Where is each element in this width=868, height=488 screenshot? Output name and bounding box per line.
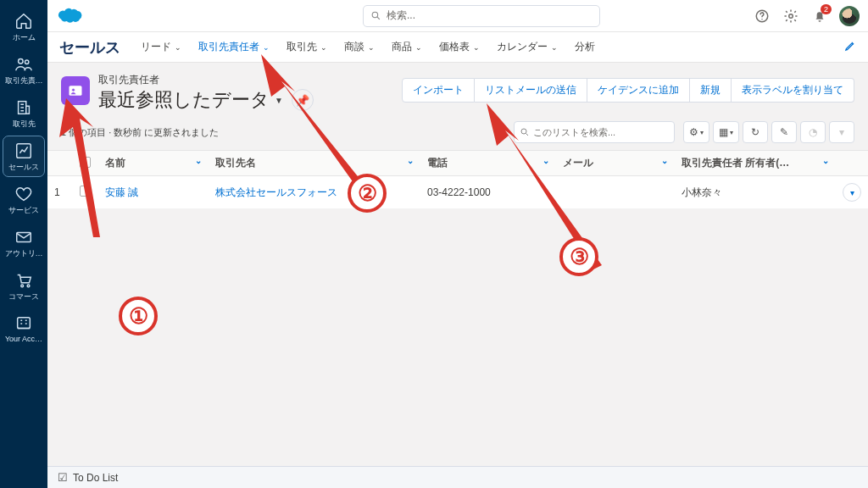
svg-rect-7 [18,318,31,329]
sort-icon[interactable]: ⌄ [407,156,414,165]
nav-label: 商談 [344,40,364,54]
display-as-table-button[interactable]: ▦▾ [713,121,739,143]
chevron-down-icon: ⌄ [368,43,375,52]
records-table: 名前⌄ 取引先名⌄ 電話⌄ メール⌄ 取引先責任者 所有者(…⌄ 1 安藤 誠 … [47,150,868,209]
sort-icon[interactable]: ⌄ [542,156,549,165]
vnav-item-outreach[interactable]: アウトリ… [3,223,44,263]
global-header: 検索... 2 [47,0,868,32]
setup-gear-icon[interactable] [782,8,799,25]
help-icon[interactable] [754,8,771,25]
nav-item-analytics[interactable]: 分析 [575,40,595,54]
nav-label: 価格表 [439,40,470,54]
pencil-icon: ✎ [780,126,788,138]
global-search-input[interactable]: 検索... [363,5,600,27]
nav-item-calendar[interactable]: カレンダー⌄ [497,40,558,54]
heart-icon [14,185,33,203]
utility-bar: ☑ To Do List [47,466,868,488]
svg-point-13 [521,129,526,134]
list-meta-text: 1 個の項目 · 数秒前 に更新されました [61,126,219,139]
vnav-label: アウトリ… [5,248,43,259]
chevron-down-icon: ⌄ [175,43,181,52]
nav-label: 取引先責任者 [198,40,259,54]
svg-point-5 [21,285,24,287]
vnav-label: サービス [8,205,39,216]
select-all-checkbox[interactable] [80,157,91,168]
user-avatar[interactable] [839,6,860,26]
refresh-icon: ↻ [751,126,760,138]
sort-icon[interactable]: ⌄ [195,156,202,165]
inline-edit-button[interactable]: ✎ [771,121,797,143]
account-icon [14,314,33,333]
col-phone[interactable]: 電話 [427,157,448,169]
vertical-nav: ホーム 取引先責… 取引先 セールス サービス アウトリ… コマース Your … [0,0,47,488]
col-name[interactable]: 名前 [105,157,125,169]
nav-item-products[interactable]: 商品⌄ [392,40,422,54]
list-settings-gear-button[interactable]: ⚙▾ [683,121,709,143]
col-email[interactable]: メール [563,157,593,169]
nav-item-leads[interactable]: リード⌄ [141,40,181,54]
todo-list-icon[interactable]: ☑ [58,471,68,484]
search-icon [520,127,530,137]
vnav-item-home[interactable]: ホーム [3,7,44,47]
salesforce-logo-icon[interactable] [56,7,85,25]
sort-icon[interactable]: ⌄ [661,156,668,165]
filter-button[interactable]: ▾ [829,121,854,143]
svg-point-10 [789,14,793,18]
col-account[interactable]: 取引先名 [215,157,256,169]
vnav-label: セールス [8,162,39,173]
row-actions-button[interactable]: ▾ [843,183,861,202]
pie-icon: ◔ [809,126,817,138]
pin-list-button[interactable]: 📌 [292,89,314,111]
import-button[interactable]: インポート [402,78,475,103]
notification-badge: 2 [821,4,832,14]
nav-label: カレンダー [497,40,548,54]
table-row[interactable]: 1 安藤 誠 株式会社セールスフォース 03-4222-1000 小林奈々 ▾ [47,176,868,209]
add-to-cadence-button[interactable]: ケイデンスに追加 [587,78,690,103]
vnav-label: 取引先 [13,119,36,130]
todo-list-button[interactable]: To Do List [73,472,118,484]
notifications-bell-icon[interactable]: 2 [811,8,828,25]
vnav-item-your-account[interactable]: Your Acc… [3,309,44,347]
chart-button[interactable]: ◔ [800,121,826,143]
list-search-input[interactable]: このリストを検索... [514,121,675,143]
chevron-down-icon: ▾ [730,129,733,136]
assign-labels-button[interactable]: 表示ラベルを割り当て [732,78,854,103]
row-checkbox[interactable] [80,186,91,197]
vnav-item-sales[interactable]: セールス [3,136,44,176]
people-icon [14,55,33,74]
chevron-down-icon: ⌄ [551,43,558,52]
cell-account-link[interactable]: 株式会社セールスフォース [215,186,337,198]
chevron-down-icon: ⌄ [320,43,327,52]
cell-name-link[interactable]: 安藤 誠 [105,186,138,198]
vnav-item-service[interactable]: サービス [3,180,44,219]
col-owner[interactable]: 取引先責任者 所有者(… [682,157,789,169]
gear-icon: ⚙ [689,126,698,138]
mail-icon [14,228,33,247]
vnav-item-contacts[interactable]: 取引先責… [3,50,44,90]
svg-point-12 [72,88,75,92]
nav-item-opportunities[interactable]: 商談⌄ [344,40,375,54]
chart-icon [14,141,33,160]
building-icon [14,98,33,117]
nav-item-accounts[interactable]: 取引先⌄ [287,40,327,54]
sort-icon[interactable]: ⌄ [822,156,829,165]
new-button[interactable]: 新規 [690,78,732,103]
send-list-email-button[interactable]: リストメールの送信 [475,78,587,103]
nav-item-contacts[interactable]: 取引先責任者⌄ [198,40,270,54]
vnav-item-commerce[interactable]: コマース [3,266,44,306]
refresh-button[interactable]: ↻ [743,121,768,143]
svg-point-1 [25,60,28,64]
list-view-switcher-icon[interactable]: ▼ [275,96,283,105]
nav-label: 商品 [392,40,412,54]
edit-nav-pencil-icon[interactable] [844,40,856,55]
svg-point-6 [27,285,30,287]
table-header-row: 名前⌄ 取引先名⌄ 電話⌄ メール⌄ 取引先責任者 所有者(…⌄ [47,151,868,176]
list-view-title[interactable]: 最近参照したデータ [98,87,270,113]
search-icon [370,10,381,21]
list-search-placeholder: このリストを検索... [533,126,615,139]
nav-item-pricebooks[interactable]: 価格表⌄ [439,40,480,54]
chevron-down-icon: ⌄ [415,43,422,52]
vnav-item-accounts[interactable]: 取引先 [3,93,44,133]
chevron-down-icon: ⌄ [473,43,480,52]
cell-phone: 03-4222-1000 [420,176,556,209]
